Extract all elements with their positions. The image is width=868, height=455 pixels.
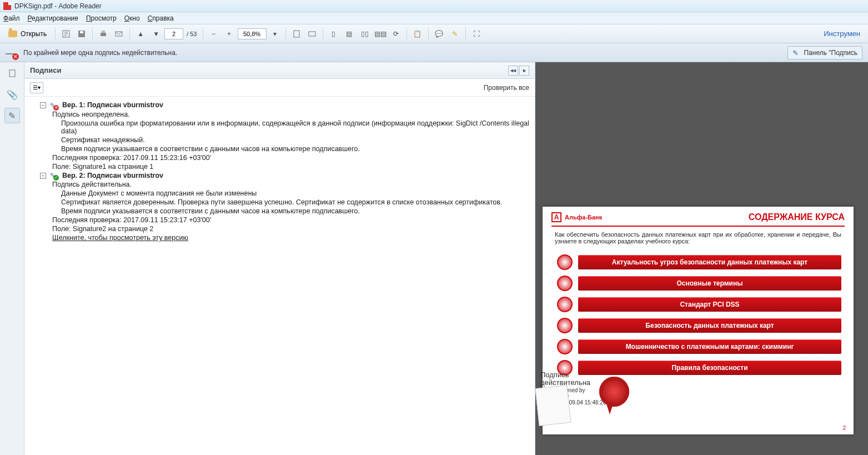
zoom-out-button[interactable]: − <box>207 27 221 41</box>
signatures-header: Подписи ◂◂ ▸ <box>24 62 535 79</box>
stamp-seal-icon <box>599 377 629 407</box>
item-icon <box>555 338 575 356</box>
rev2-title[interactable]: Вер. 2: Подписан vburmistrov <box>62 172 163 179</box>
item-label: Правила безопасности <box>578 361 841 375</box>
divider <box>551 226 845 227</box>
menu-file[interactable]: Файл <box>3 14 20 22</box>
signatures-toolbar: ☰▾ Проверить все <box>24 79 535 97</box>
item-label: Стандарт PCI DSS <box>578 297 841 312</box>
fit-width-button[interactable] <box>305 27 319 41</box>
open-label: Открыть <box>21 30 47 38</box>
svg-rect-2 <box>80 31 83 33</box>
sidebar-strip: 📎 ✎ <box>0 62 24 455</box>
stamp-paper-icon <box>535 385 571 426</box>
item-label: Безопасность данных платежных карт <box>578 318 841 333</box>
zoom-dropdown[interactable]: ▾ <box>268 27 282 41</box>
collapse-toggle[interactable]: − <box>40 102 46 108</box>
rev2-last-check: Последняя проверка: 2017.09.11 15:23:17 … <box>52 216 529 224</box>
panel-prev-button[interactable]: ◂◂ <box>508 66 518 76</box>
item-icon <box>555 317 575 334</box>
alpha-logo-icon: A <box>551 212 561 222</box>
rev1-last-check: Последняя проверка: 2017.09.11 15:23:16 … <box>52 154 529 162</box>
menu-edit[interactable]: Редактирование <box>28 14 78 22</box>
comment-button[interactable]: 💬 <box>432 27 446 41</box>
view-single-button[interactable]: ▯ <box>327 27 341 41</box>
save-button[interactable] <box>74 27 89 41</box>
rev1-cert: Сертификат ненадежный. <box>61 136 529 144</box>
item-label: Мошенничество с платежными картами: ским… <box>578 339 841 354</box>
rev1-field: Поле: Signature1 на странице 1 <box>52 163 529 171</box>
item-icon <box>555 274 575 292</box>
signatures-panel: Подписи ◂◂ ▸ ☰▾ Проверить все − Вер. 1: … <box>24 62 535 455</box>
rev2-time: Время подписи указывается в соответствии… <box>61 207 529 215</box>
course-item: Стандарт PCI DSS <box>555 296 841 313</box>
page-down-button[interactable]: ▼ <box>149 27 163 41</box>
highlight-button[interactable]: ✎ <box>448 27 462 41</box>
pdf-icon <box>3 2 11 10</box>
tools-link[interactable]: Инструмен <box>824 29 865 38</box>
rev2-field: Поле: Signature2 на странице 2 <box>52 225 529 233</box>
svg-rect-4 <box>102 31 105 33</box>
stamp-line1: Подпись <box>540 371 613 379</box>
view-two-button[interactable]: ▯▯ <box>358 27 372 41</box>
item-label: Актуальность угроз безопасности данных п… <box>578 255 841 269</box>
warning-text: По крайней мере одна подпись недействите… <box>23 49 177 57</box>
bank-logo: A Альфа-Банк <box>551 212 602 222</box>
document-viewport[interactable]: A Альфа-Банк СОДЕРЖАНИЕ КУРСА Как обеспе… <box>535 62 868 455</box>
panel-next-button[interactable]: ▸ <box>519 66 529 76</box>
course-item: Мошенничество с платежными картами: ским… <box>555 338 841 356</box>
page-number-input[interactable] <box>164 28 183 39</box>
open-button[interactable]: Открыть <box>3 27 52 41</box>
export-pdf-button[interactable] <box>59 27 73 41</box>
course-item: Безопасность данных платежных карт <box>555 317 841 334</box>
view-two-cont-button[interactable]: ▤▤ <box>373 27 388 41</box>
verify-all-link[interactable]: Проверить все <box>484 84 529 92</box>
titlebar: DPKSign.pdf - Adobe Reader <box>0 0 868 12</box>
menu-window[interactable]: Окно <box>124 14 140 22</box>
signatures-tree: − Вер. 1: Подписан vburmistrov Подпись н… <box>24 97 535 455</box>
clipboard-button[interactable]: 📋 <box>410 27 425 41</box>
course-item: Актуальность угроз безопасности данных п… <box>555 253 841 271</box>
page-number: 2 <box>842 425 846 431</box>
rev1-title[interactable]: Вер. 1: Подписан vburmistrov <box>62 101 163 109</box>
attachments-tab[interactable]: 📎 <box>4 87 20 102</box>
view-continuous-button[interactable]: ▤ <box>342 27 357 41</box>
svg-rect-8 <box>9 70 15 77</box>
item-icon <box>555 253 575 271</box>
rotate-button[interactable]: ⟳ <box>389 27 403 41</box>
signature-stamp[interactable]: Подпись действительна Digitally signed b… <box>540 371 613 412</box>
signature-warning-bar: ✕ По крайней мере одна подпись недействи… <box>0 43 868 62</box>
toolbar: Открыть ▲ ▼ / 53 − + ▾ ▯ ▤ ▯▯ ▤▤ ⟳ 📋 💬 ✎… <box>0 24 868 43</box>
course-intro: Как обеспечить безопасность данных плате… <box>543 231 854 250</box>
pen-icon <box>792 49 800 57</box>
rev1-error: Произошла ошибка при форматировании или … <box>61 119 529 135</box>
menubar: Файл Редактирование Просмотр Окно Справк… <box>0 12 868 24</box>
item-label: Основные термины <box>578 276 841 291</box>
zoom-input[interactable] <box>238 28 267 39</box>
window-title-app: Adobe Reader <box>58 2 101 10</box>
rev2-unchanged: Данные Документ с момента подписания не … <box>61 189 529 197</box>
signatures-tab[interactable]: ✎ <box>4 108 20 123</box>
collapse-toggle[interactable]: − <box>40 173 46 179</box>
rev2-view-version-link[interactable]: Щелкните, чтобы просмотреть эту версию <box>52 234 529 242</box>
rev1-time: Время подписи указывается в соответствии… <box>61 145 529 153</box>
menu-view[interactable]: Просмотр <box>86 14 117 22</box>
signatures-options-button[interactable]: ☰▾ <box>30 82 43 93</box>
window-title-filename: DPKSign.pdf <box>14 2 53 10</box>
window-title-sep: - <box>53 2 59 10</box>
page-up-button[interactable]: ▲ <box>133 27 148 41</box>
email-button[interactable] <box>112 27 126 41</box>
course-item: Основные термины <box>555 274 841 292</box>
fit-page-button[interactable] <box>289 27 304 41</box>
rev2-status: Подпись действительна. <box>52 181 529 188</box>
folder-icon <box>8 31 17 37</box>
print-button[interactable] <box>96 27 111 41</box>
signature-panel-button[interactable]: Панель "Подпись <box>787 46 862 59</box>
thumbnails-tab[interactable] <box>4 66 20 81</box>
svg-rect-3 <box>101 33 106 36</box>
read-mode-button[interactable]: ⛶ <box>469 27 484 41</box>
menu-help[interactable]: Справка <box>148 14 174 22</box>
rev1-status: Подпись неопределена. <box>52 111 529 118</box>
zoom-in-button[interactable]: + <box>222 27 237 41</box>
signature-invalid-icon: ✕ <box>6 47 18 59</box>
